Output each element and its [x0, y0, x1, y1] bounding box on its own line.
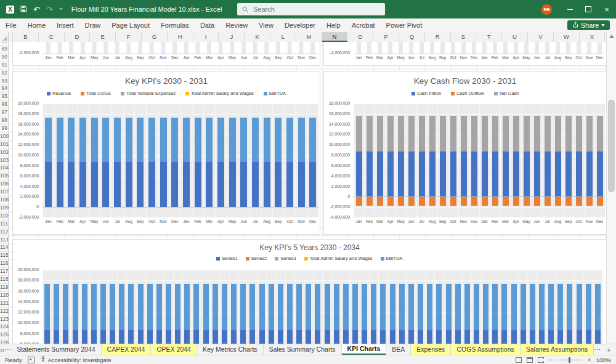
row-header-120[interactable]: 120 — [0, 291, 7, 300]
row-header-118[interactable]: 118 — [0, 275, 7, 284]
ribbon-tab-developer[interactable]: Developer — [279, 18, 321, 32]
row-header-115[interactable]: 115 — [0, 251, 7, 260]
restore-button[interactable] — [579, 0, 598, 18]
row-header-108[interactable]: 108 — [0, 196, 7, 204]
new-sheet-button[interactable]: + — [607, 346, 610, 354]
share-button[interactable]: Share — [567, 20, 610, 30]
sheet-tab-key-metrics-charts[interactable]: Key Metrics Charts — [197, 344, 264, 355]
close-button[interactable]: × — [598, 0, 616, 18]
more-sheets-icon[interactable]: ⋯ — [594, 346, 601, 354]
sheet-tab-salaries-assumptions[interactable]: Salaries Assumptions — [521, 344, 594, 355]
vertical-scroll-thumb[interactable] — [608, 100, 615, 192]
ribbon-tab-formulas[interactable]: Formulas — [155, 18, 195, 32]
row-header-90[interactable]: 90 — [0, 53, 7, 62]
ribbon-tab-insert[interactable]: Insert — [51, 18, 79, 32]
column-header-I[interactable]: I — [193, 32, 219, 42]
row-header-114[interactable]: 114 — [0, 243, 7, 252]
customize-qat-chevron-icon[interactable] — [59, 8, 63, 10]
worksheet-area[interactable]: 8889909192939495969798991001011021031041… — [0, 42, 606, 344]
column-header-E[interactable]: E — [90, 32, 116, 42]
column-header-W[interactable]: W — [554, 32, 580, 42]
partial-chart-top-right[interactable]: -4,000,000 JanFebMarAprMayJunJulAugSepOc… — [323, 42, 606, 66]
accessibility-status[interactable]: Accessibility: Investigate — [47, 357, 111, 363]
vertical-scrollbar[interactable] — [606, 32, 616, 344]
zoom-slider-thumb[interactable] — [569, 357, 570, 363]
zoom-out-button[interactable]: − — [549, 356, 553, 363]
row-header-105[interactable]: 105 — [0, 172, 7, 180]
ribbon-tab-help[interactable]: Help — [321, 18, 346, 32]
column-header-B[interactable]: B — [13, 32, 39, 42]
column-header-H[interactable]: H — [168, 32, 193, 42]
row-header-125[interactable]: 125 — [0, 331, 7, 339]
row-header-98[interactable]: 98 — [0, 116, 7, 125]
column-header-O[interactable]: O — [347, 32, 373, 42]
column-header-R[interactable]: R — [425, 32, 451, 42]
row-header-119[interactable]: 119 — [0, 283, 7, 292]
column-header-F[interactable]: F — [116, 32, 142, 42]
column-header-X[interactable]: X — [580, 32, 606, 42]
sheet-tab-bea[interactable]: BEA — [386, 344, 411, 355]
minimize-button[interactable] — [561, 0, 579, 18]
row-header-106[interactable]: 106 — [0, 180, 7, 188]
row-header-112[interactable]: 112 — [0, 228, 7, 237]
column-header-L[interactable]: L — [270, 32, 296, 42]
sheet-tab-capex-2044[interactable]: CAPEX 2044 — [102, 344, 152, 355]
row-header-93[interactable]: 93 — [0, 77, 7, 86]
ribbon-tab-review[interactable]: Review — [220, 18, 253, 32]
row-header-123[interactable]: 123 — [0, 315, 7, 324]
row-header-113[interactable]: 113 — [0, 236, 7, 245]
excel-app-icon[interactable]: X — [6, 6, 14, 14]
sheet-tab-expenses[interactable]: Expenses — [411, 344, 451, 355]
row-header-103[interactable]: 103 — [0, 156, 7, 165]
row-header-111[interactable]: 111 — [0, 220, 7, 229]
row-header-102[interactable]: 102 — [0, 148, 7, 157]
column-header-Q[interactable]: Q — [399, 32, 425, 42]
ribbon-tab-draw[interactable]: Draw — [79, 18, 107, 32]
ribbon-tab-acrobat[interactable]: Acrobat — [346, 18, 381, 32]
sheet-tab-kpi-charts[interactable]: KPI Charts — [342, 344, 387, 355]
scroll-up-icon[interactable] — [609, 34, 614, 38]
column-header-D[interactable]: D — [65, 32, 91, 42]
chart-key-cash-flow-2030-2031[interactable]: Key Cash Flow 2030 - 2031 Cash InflowCas… — [323, 71, 606, 235]
normal-view-icon[interactable] — [516, 357, 522, 363]
column-header-T[interactable]: T — [476, 32, 502, 42]
page-layout-view-icon[interactable] — [527, 357, 533, 363]
column-header-M[interactable]: M — [296, 32, 322, 42]
column-header-S[interactable]: S — [451, 32, 477, 42]
row-header-110[interactable]: 110 — [0, 212, 7, 220]
row-header-100[interactable]: 100 — [0, 132, 7, 141]
chart-key-kpi-2030-2031[interactable]: Key KPI's 2030 - 2031 RevenueTotal COGST… — [12, 71, 320, 235]
column-header-V[interactable]: V — [528, 32, 554, 42]
row-header-92[interactable]: 92 — [0, 69, 7, 78]
row-header-122[interactable]: 122 — [0, 307, 7, 316]
search-box[interactable] — [237, 3, 385, 15]
row-header-116[interactable]: 116 — [0, 259, 7, 268]
row-header-126[interactable]: 126 — [0, 339, 7, 344]
column-header-N[interactable]: N — [322, 32, 348, 42]
sheet-tab-sales-summary-charts[interactable]: Sales Summary Charts — [264, 344, 342, 355]
row-header-91[interactable]: 91 — [0, 61, 7, 70]
column-header-U[interactable]: U — [502, 32, 528, 42]
zoom-slider[interactable] — [557, 360, 582, 360]
row-header-99[interactable]: 99 — [0, 124, 7, 133]
sheet-list-icon[interactable]: ⋯ — [4, 344, 11, 355]
row-header-89[interactable]: 89 — [0, 45, 7, 54]
row-header-117[interactable]: 117 — [0, 267, 7, 276]
sheet-tab-statements-summary-2044[interactable]: Statements Summary 2044 — [11, 344, 101, 355]
sheet-tab-opex-2044[interactable]: OPEX 2044 — [151, 344, 197, 355]
ribbon-tab-view[interactable]: View — [253, 18, 279, 32]
save-icon[interactable] — [20, 4, 27, 15]
row-header-96[interactable]: 96 — [0, 100, 7, 109]
ribbon-tab-page-layout[interactable]: Page Layout — [106, 18, 155, 32]
zoom-level[interactable]: 100% — [596, 357, 611, 363]
column-header-J[interactable]: J — [219, 32, 245, 42]
macro-record-icon[interactable] — [28, 357, 34, 363]
column-header-C[interactable]: C — [39, 32, 65, 42]
column-header-G[interactable]: G — [142, 32, 168, 42]
row-header-121[interactable]: 121 — [0, 299, 7, 308]
column-header-K[interactable]: K — [245, 32, 270, 42]
ribbon-tab-power-pivot[interactable]: Power Pivot — [381, 18, 428, 32]
row-header-95[interactable]: 95 — [0, 92, 7, 101]
partial-chart-top-left[interactable]: -2,000,000 JanFebMarAprMayJunJulAugSepOc… — [12, 42, 320, 66]
search-input[interactable] — [252, 5, 365, 14]
